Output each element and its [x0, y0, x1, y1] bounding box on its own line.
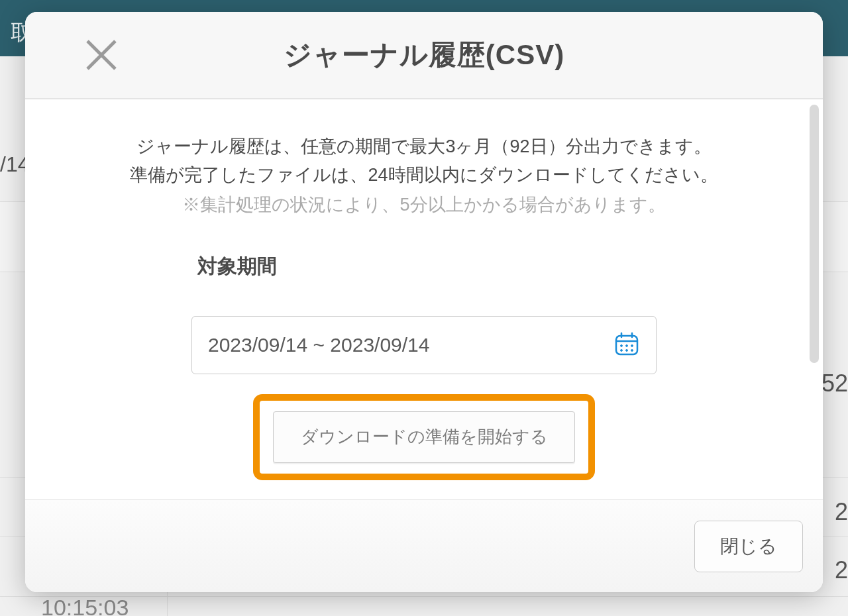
date-range-input[interactable]: 2023/09/14 ~ 2023/09/14 — [191, 316, 657, 374]
svg-point-8 — [626, 349, 628, 351]
description-line: ジャーナル履歴は、任意の期間で最大3ヶ月（92日）分出力できます。 — [105, 132, 743, 161]
modal-overlay: ジャーナル履歴(CSV) ジャーナル履歴は、任意の期間で最大3ヶ月（92日）分出… — [0, 0, 848, 616]
close-button[interactable]: 閉じる — [694, 521, 803, 572]
svg-point-4 — [621, 344, 623, 346]
modal-header: ジャーナル履歴(CSV) — [25, 12, 823, 99]
prepare-download-button[interactable]: ダウンロードの準備を開始する — [273, 411, 575, 463]
calendar-icon — [613, 331, 640, 360]
modal-footer: 閉じる — [25, 499, 823, 592]
svg-point-7 — [621, 349, 623, 351]
description-note: ※集計処理の状況により、5分以上かかる場合があります。 — [105, 191, 743, 219]
svg-point-5 — [626, 344, 628, 346]
highlight-frame: ダウンロードの準備を開始する — [253, 394, 595, 480]
svg-point-9 — [631, 349, 633, 351]
scrollbar-thumb[interactable] — [810, 105, 819, 363]
svg-point-6 — [631, 344, 633, 346]
close-icon[interactable] — [83, 37, 119, 73]
modal-body: ジャーナル履歴は、任意の期間で最大3ヶ月（92日）分出力できます。 準備が完了し… — [25, 99, 823, 499]
description-line: 準備が完了したファイルは、24時間以内にダウンロードしてください。 — [105, 161, 743, 189]
date-range-text: 2023/09/14 ~ 2023/09/14 — [208, 334, 429, 356]
journal-csv-modal: ジャーナル履歴(CSV) ジャーナル履歴は、任意の期間で最大3ヶ月（92日）分出… — [25, 12, 823, 592]
period-label: 対象期間 — [197, 253, 743, 280]
modal-title: ジャーナル履歴(CSV) — [284, 36, 564, 74]
description-block: ジャーナル履歴は、任意の期間で最大3ヶ月（92日）分出力できます。 準備が完了し… — [105, 132, 743, 220]
